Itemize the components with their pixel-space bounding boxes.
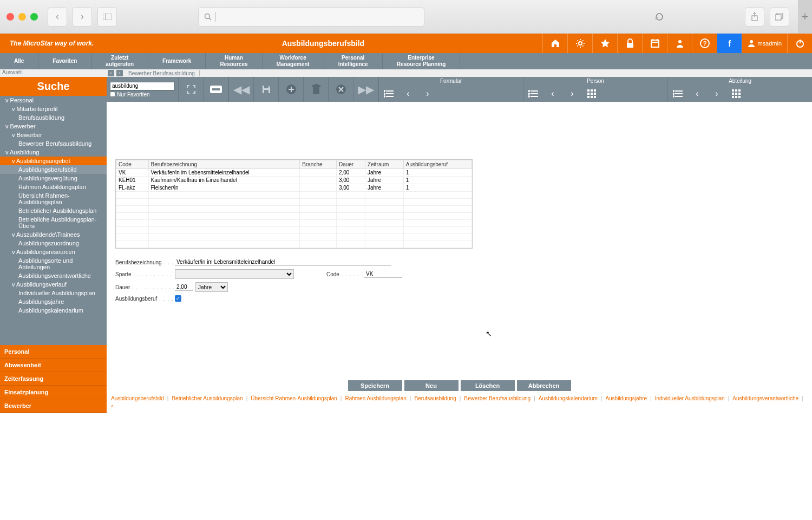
tree-ausbildungsverlauf[interactable]: v Ausbildungsverlauf <box>0 280 107 289</box>
category-bewerber[interactable]: Bewerber <box>0 399 107 413</box>
abteilung-list-icon[interactable] <box>668 86 687 102</box>
user-menu[interactable]: msadmin <box>742 34 787 53</box>
tree-individueller-ausbildungsplan[interactable]: Individueller Ausbildungsplan <box>0 289 107 297</box>
cancel-button[interactable]: Abbrechen <box>517 380 571 391</box>
tree-ausbildungsorte-und-abteilungen[interactable]: Ausbildungsorte und Abteilungen <box>0 256 107 271</box>
reload-icon[interactable] <box>650 7 669 27</box>
sidebar-toggle-icon[interactable] <box>97 7 117 27</box>
tree-personal[interactable]: v Personal <box>0 96 107 105</box>
person-icon[interactable] <box>667 34 692 53</box>
tree-ausbildungszuordnung[interactable]: Ausbildungszuordnung <box>0 239 107 248</box>
favorites-checkbox[interactable]: Nur Favoriten <box>110 92 175 98</box>
star-icon[interactable] <box>592 34 617 53</box>
close-window-icon[interactable] <box>6 13 14 21</box>
person-prev-icon[interactable]: ‹ <box>543 86 562 102</box>
sparte-select[interactable] <box>175 269 294 279</box>
tree-betrieblicher-ausbildungsplan[interactable]: Betrieblicher Ausbildungsplan <box>0 206 107 215</box>
menu-human-resources[interactable]: HumanResources <box>206 53 262 69</box>
footer-link-2[interactable]: Übersicht Rahmen-Ausbildungsplan <box>251 395 337 401</box>
dauer-field[interactable] <box>175 283 193 291</box>
rewind-icon[interactable]: ◀◀ <box>228 77 253 102</box>
menu-favoriten[interactable]: Favoriten <box>38 53 91 69</box>
menu-zuletzt-aufgerufen[interactable]: Zuletztaufgerufen <box>91 53 148 69</box>
abteilung-grid-icon[interactable] <box>726 86 746 102</box>
zeitraum-select[interactable]: Jahre <box>195 282 228 292</box>
lock-icon[interactable] <box>617 34 642 53</box>
tree-betriebliche-ausbildungsplan-bersi[interactable]: Betriebliche Ausbildungsplan- Übersi <box>0 215 107 230</box>
tree-mitarbeiterprofil[interactable]: v Mitarbeiterprofil <box>0 105 107 113</box>
calendar-icon[interactable] <box>642 34 667 53</box>
breadcrumb-next-icon[interactable]: › <box>116 70 123 76</box>
tree-auszubildende-trainees[interactable]: v Auszubildende\Trainees <box>0 230 107 239</box>
person-grid-icon[interactable] <box>582 86 601 102</box>
save-icon[interactable] <box>253 77 278 102</box>
facebook-icon[interactable]: f <box>717 34 742 53</box>
menu-enterprise-resource-planning[interactable]: EnterpriseResource Planning <box>383 53 461 69</box>
col-zeitraum[interactable]: Zeitraum <box>365 160 403 169</box>
code-field[interactable] <box>364 270 402 278</box>
power-icon[interactable] <box>787 34 812 53</box>
footer-link-7[interactable]: Ausbildungsjahre <box>605 395 647 401</box>
tree-bewerber[interactable]: v Bewerber <box>0 122 107 131</box>
table-row[interactable]: FL-akzFleischer/in3,00Jahre1 <box>116 184 472 192</box>
new-button[interactable]: Neu <box>404 380 459 391</box>
new-tab-button[interactable]: + <box>798 0 812 34</box>
gear-icon[interactable] <box>567 34 592 53</box>
table-row[interactable]: VKVerkäufer/in im Lebensmitteleinzelhand… <box>116 169 472 177</box>
col-dauer[interactable]: Dauer <box>336 160 365 169</box>
forward-button[interactable]: › <box>73 7 92 27</box>
maximize-window-icon[interactable] <box>30 13 38 21</box>
home-icon[interactable] <box>542 34 567 53</box>
ausbildungsberuf-checkbox[interactable]: ✓ <box>175 295 181 302</box>
tree-ausbildungsberufsbild[interactable]: Ausbildungsberufsbild <box>0 165 107 174</box>
tree-ausbildungskalendarium[interactable]: Ausbildungskalendarium <box>0 306 107 315</box>
formular-prev-icon[interactable]: ‹ <box>398 86 418 102</box>
footer-link-3[interactable]: Rahmen Ausbildungsplan <box>345 395 406 401</box>
add-icon[interactable] <box>278 77 303 102</box>
berufsbez-field[interactable] <box>175 258 391 266</box>
forward-icon[interactable]: ▶▶ <box>353 77 378 102</box>
col-berufsbezeichnung[interactable]: Berufsbezeichnung <box>148 160 300 169</box>
cancel-icon[interactable] <box>328 77 353 102</box>
data-grid[interactable]: CodeBerufsbezeichnungBrancheDauerZeitrau… <box>115 159 473 249</box>
tree--bersicht-rahmen-ausbildungsplan[interactable]: Übersicht Rahmen-Ausbildungsplan <box>0 191 107 206</box>
tree-ausbildungsangebot[interactable]: v Ausbildungsangebot <box>0 157 107 165</box>
tabs-icon[interactable] <box>770 7 789 27</box>
col-branche[interactable]: Branche <box>300 160 337 169</box>
tree-bewerber[interactable]: v Bewerber <box>0 131 107 139</box>
expand-icon[interactable] <box>178 77 203 102</box>
share-icon[interactable] <box>745 7 764 27</box>
formular-list-icon[interactable] <box>379 86 398 102</box>
tree-berufsausbildung[interactable]: Berufsausbildung <box>0 113 107 122</box>
tree-ausbildungsresourcen[interactable]: v Ausbildungsresourcen <box>0 248 107 256</box>
minimize-window-icon[interactable] <box>18 13 26 21</box>
address-bar[interactable] <box>198 7 424 27</box>
help-icon[interactable]: ? <box>692 34 717 53</box>
person-next-icon[interactable]: › <box>562 86 582 102</box>
abteilung-prev-icon[interactable]: ‹ <box>687 86 707 102</box>
person-list-icon[interactable] <box>523 86 543 102</box>
category-abwesenheit[interactable]: Abwesenheit <box>0 359 107 372</box>
menu-framework[interactable]: Framework <box>148 53 206 69</box>
delete-button[interactable]: Löschen <box>461 380 515 391</box>
delete-icon[interactable] <box>303 77 328 102</box>
footer-link-5[interactable]: Bewerber Berufsausbildung <box>464 395 531 401</box>
back-button[interactable]: ‹ <box>48 7 67 27</box>
tree-rahmen-ausbildungsplan[interactable]: Rahmen Ausbildungsplan <box>0 183 107 191</box>
footer-link-0[interactable]: Ausbildungsberufsbild <box>111 395 164 401</box>
abteilung-next-icon[interactable]: › <box>707 86 726 102</box>
save-button[interactable]: Speichern <box>348 380 402 391</box>
category-personal[interactable]: Personal <box>0 345 107 359</box>
footer-link-10[interactable]: ^ <box>111 405 114 411</box>
card-icon[interactable] <box>203 77 228 102</box>
col-code[interactable]: Code <box>116 160 149 169</box>
footer-link-6[interactable]: Ausbildungskalendarium <box>539 395 598 401</box>
tree-ausbildung[interactable]: v Ausbildung <box>0 148 107 157</box>
tree-ausbildungsjahre[interactable]: Ausbildungsjahre <box>0 297 107 306</box>
menu-alle[interactable]: Alle <box>0 53 38 69</box>
formular-next-icon[interactable]: › <box>418 86 437 102</box>
footer-link-8[interactable]: Individueller Ausbildungsplan <box>655 395 725 401</box>
col-ausbildungsberuf[interactable]: Ausbildungsberuf <box>403 160 472 169</box>
footer-link-9[interactable]: Ausbildungsverantwortliche <box>732 395 798 401</box>
table-row[interactable]: KEH01Kaufmann/Kauffrau im Einzelhandel3,… <box>116 177 472 184</box>
